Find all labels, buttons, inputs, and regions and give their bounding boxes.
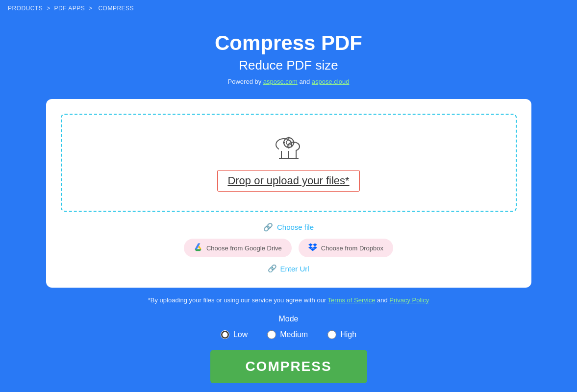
compress-button[interactable]: COMPRESS bbox=[210, 350, 367, 383]
link-icon: 🔗 bbox=[263, 222, 273, 232]
enter-url-label[interactable]: Enter Url bbox=[280, 265, 309, 273]
dropbox-label: Choose from Dropbox bbox=[321, 245, 383, 252]
drop-text[interactable]: Drop or upload your files* bbox=[217, 170, 359, 192]
choose-file-row[interactable]: 🔗 Choose file bbox=[263, 222, 314, 232]
svg-rect-9 bbox=[288, 137, 289, 139]
svg-rect-11 bbox=[283, 142, 285, 144]
mode-medium-label: Medium bbox=[280, 330, 308, 339]
mode-low-label: Low bbox=[233, 330, 248, 339]
mode-label: Mode bbox=[278, 315, 298, 323]
google-drive-icon bbox=[194, 243, 202, 253]
breadcrumb: PRODUCTS > PDF APPS > COMPRESS bbox=[0, 0, 577, 17]
cloud-buttons-row: Choose from Google Drive Choose from Dro… bbox=[184, 239, 393, 257]
svg-rect-10 bbox=[288, 147, 289, 148]
dropbox-button[interactable]: Choose from Dropbox bbox=[299, 239, 393, 257]
google-drive-label: Choose from Google Drive bbox=[206, 245, 282, 252]
mode-medium-radio[interactable] bbox=[267, 330, 276, 339]
main-content: Compress PDF Reduce PDF size Powered by … bbox=[0, 17, 577, 392]
mode-high-label: High bbox=[340, 330, 356, 339]
aspose-com-link[interactable]: aspose.com bbox=[263, 78, 298, 85]
terms-of-service-link[interactable]: Terms of Service bbox=[328, 296, 376, 304]
mode-low[interactable]: Low bbox=[221, 330, 248, 339]
mode-high[interactable]: High bbox=[327, 330, 356, 339]
powered-by: Powered by aspose.com and aspose.cloud bbox=[228, 78, 350, 85]
aspose-cloud-link[interactable]: aspose.cloud bbox=[312, 78, 350, 85]
mode-high-radio[interactable] bbox=[327, 330, 336, 339]
google-drive-button[interactable]: Choose from Google Drive bbox=[184, 239, 292, 257]
svg-rect-12 bbox=[293, 142, 295, 144]
dropbox-icon bbox=[308, 243, 317, 253]
terms-text: *By uploading your files or using our se… bbox=[148, 296, 429, 304]
mode-low-radio[interactable] bbox=[221, 330, 229, 339]
upload-card: Drop or upload your files* 🔗 Choose file… bbox=[46, 99, 531, 288]
breadcrumb-current: COMPRESS bbox=[98, 5, 134, 12]
mode-options: Low Medium High bbox=[221, 330, 356, 339]
upload-icon bbox=[269, 134, 308, 163]
page-subtitle: Reduce PDF size bbox=[239, 58, 338, 73]
privacy-policy-link[interactable]: Privacy Policy bbox=[389, 296, 429, 304]
url-link-icon: 🔗 bbox=[268, 264, 277, 273]
mode-medium[interactable]: Medium bbox=[267, 330, 308, 339]
page-title: Compress PDF bbox=[215, 31, 362, 55]
breadcrumb-pdf-apps[interactable]: PDF APPS bbox=[54, 5, 85, 12]
drop-zone[interactable]: Drop or upload your files* bbox=[61, 114, 517, 212]
choose-file-label[interactable]: Choose file bbox=[277, 223, 314, 231]
enter-url-row[interactable]: 🔗 Enter Url bbox=[268, 264, 309, 273]
breadcrumb-products[interactable]: PRODUCTS bbox=[8, 5, 43, 12]
